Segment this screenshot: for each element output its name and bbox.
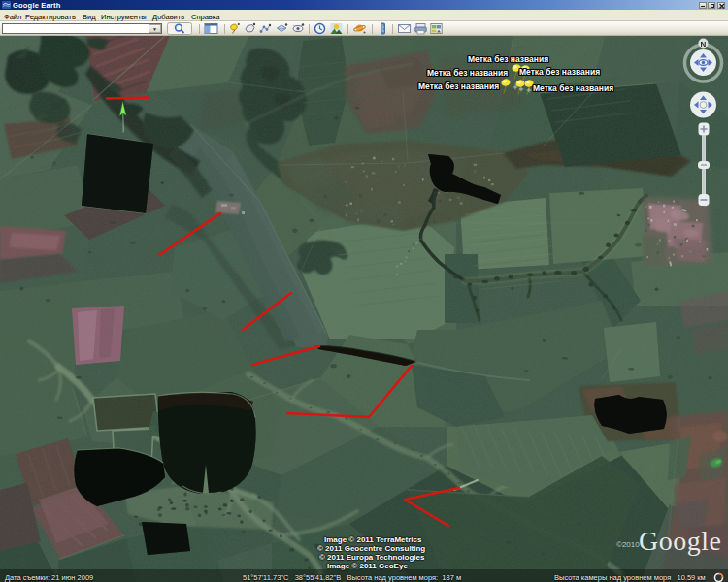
- svg-text:N: N: [701, 40, 707, 48]
